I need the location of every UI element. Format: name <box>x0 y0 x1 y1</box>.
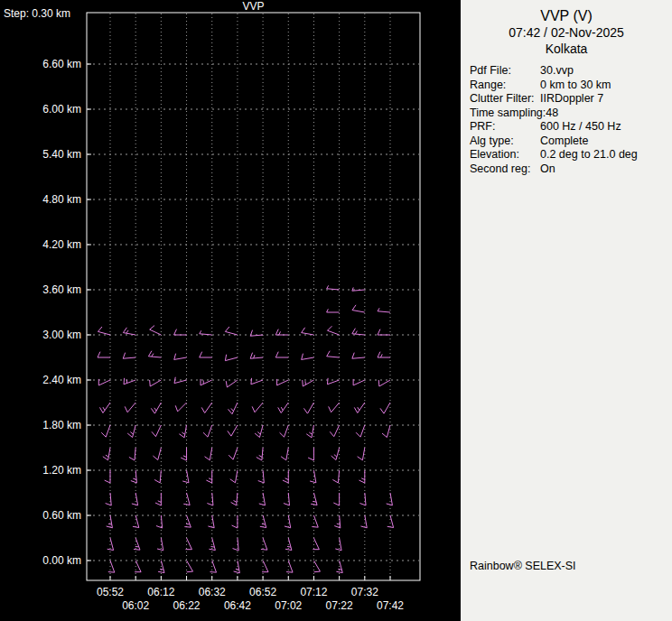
wind-barb <box>306 425 313 438</box>
y-axis-label: 6.00 km <box>42 103 81 116</box>
wind-barb <box>280 425 289 437</box>
brand-footer: Rainbow® SELEX-SI <box>470 560 576 572</box>
info-row: Range:0 km to 30 km <box>470 79 672 93</box>
wind-barb <box>250 330 263 337</box>
wind-barb <box>352 305 365 312</box>
info-label: PRF: <box>470 120 540 134</box>
info-row: PRF:600 Hz / 450 Hz <box>470 120 672 134</box>
step-label: Step: 0.30 km <box>4 7 70 20</box>
wind-barb <box>226 380 238 387</box>
vvp-window: 6.60 km6.00 km5.40 km4.80 km4.20 km3.60 … <box>0 0 672 621</box>
wind-barb <box>380 403 390 413</box>
y-axis-label: 6.60 km <box>42 58 81 70</box>
panel-title: VVP (V) <box>461 0 672 24</box>
wind-barb <box>352 353 365 359</box>
wind-barb <box>327 351 340 357</box>
wind-barb <box>205 448 212 460</box>
wind-barb <box>302 354 314 360</box>
axis-ticks <box>87 64 390 580</box>
info-value: 30.vvp <box>540 64 672 79</box>
wind-barb <box>229 448 238 459</box>
wind-barb <box>330 425 339 437</box>
wind-barb <box>258 470 265 483</box>
info-label: Second reg: <box>470 162 540 177</box>
x-axis-label: 06:42 <box>224 599 251 612</box>
wind-barb <box>182 470 189 483</box>
wind-barb <box>308 448 313 460</box>
info-value: 48 <box>546 107 672 121</box>
wind-barb <box>387 493 393 505</box>
wind-barb <box>228 403 237 414</box>
y-axis-label: 0.60 km <box>42 509 81 522</box>
wind-barb <box>231 493 238 505</box>
y-axis-label: 0.00 km <box>42 554 81 567</box>
wind-barb <box>152 425 161 437</box>
wind-barb <box>352 329 365 335</box>
wind-barb <box>302 328 314 335</box>
wind-barb <box>257 448 263 460</box>
plot-frame <box>87 13 420 580</box>
wind-barb <box>123 328 135 335</box>
wind-barb <box>232 515 238 528</box>
wind-barb <box>174 329 187 335</box>
wind-barb <box>125 403 135 412</box>
x-axis-label: 07:32 <box>351 586 378 598</box>
wind-barb <box>153 448 161 460</box>
y-axis-label: 3.60 km <box>42 283 81 296</box>
wind-barb <box>275 352 288 357</box>
wind-barb <box>225 355 238 361</box>
wind-barb <box>313 538 319 550</box>
wind-barb <box>360 515 367 528</box>
wind-barb <box>154 470 161 483</box>
x-axis-label: 07:42 <box>377 599 404 612</box>
y-axis-label: 2.40 km <box>42 374 81 386</box>
wind-barb <box>352 287 365 291</box>
wind-barb <box>181 448 186 460</box>
info-value: 0.2 deg to 21.0 deg <box>540 148 672 162</box>
wind-barb <box>251 378 263 385</box>
wind-barb <box>228 425 238 436</box>
wind-barb <box>334 515 341 528</box>
wind-barb <box>283 470 288 483</box>
wind-barb <box>259 493 266 505</box>
info-row: Alg type:Complete <box>470 134 672 149</box>
wind-barb <box>155 493 161 505</box>
wind-barb <box>358 448 365 460</box>
wind-barb <box>151 403 161 413</box>
wind-barb <box>175 403 186 412</box>
wind-barb <box>311 493 317 505</box>
info-value: IIRDoppler 7 <box>540 92 672 107</box>
wind-barb <box>261 538 267 550</box>
info-row: Second reg:On <box>470 162 672 177</box>
info-label: Clutter Filter: <box>470 92 540 107</box>
panel-site: Kolkata <box>461 41 672 57</box>
y-axis-label: 3.00 km <box>42 329 81 341</box>
info-label: Time sampling: <box>470 107 546 121</box>
panel-datetime: 07:42 / 02-Nov-2025 <box>461 24 672 41</box>
info-value: 0 km to 30 km <box>540 79 672 93</box>
wind-barb <box>133 515 139 528</box>
wind-barb <box>335 538 341 551</box>
wind-profile-plot: 6.60 km6.00 km5.40 km4.80 km4.20 km3.60 … <box>0 0 461 621</box>
wind-barb <box>310 470 316 483</box>
wind-barb <box>275 329 288 335</box>
wind-barb <box>354 403 365 412</box>
wind-barb <box>332 470 339 483</box>
plot-grid <box>88 14 419 579</box>
wind-barb <box>157 538 163 551</box>
wind-barb <box>123 353 135 359</box>
wind-barbs <box>98 285 394 572</box>
wind-barb <box>285 515 291 528</box>
info-label: Elevation: <box>470 148 540 162</box>
wind-barb <box>108 561 115 572</box>
wind-barb <box>327 285 340 290</box>
wind-barb <box>378 352 390 357</box>
x-axis-label: 07:12 <box>300 586 327 598</box>
wind-barb <box>156 515 163 528</box>
wind-barb <box>329 403 340 412</box>
wind-barb <box>184 515 191 527</box>
wind-barb <box>210 561 217 572</box>
wind-barb <box>378 329 390 335</box>
wind-barb <box>174 354 187 360</box>
wind-barb <box>179 425 186 438</box>
